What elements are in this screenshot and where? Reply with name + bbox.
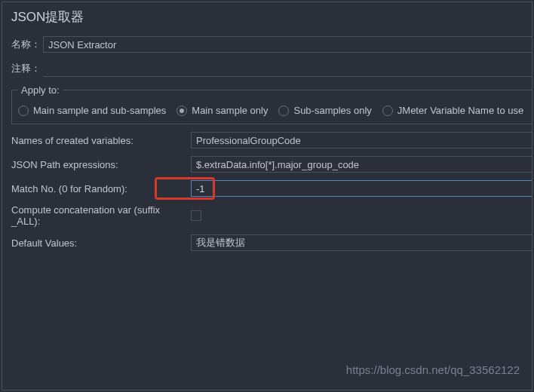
radio-icon [382,106,393,116]
apply-to-fieldset: Apply to: Main sample and sub-samples Ma… [11,84,532,124]
names-label: Names of created variables: [11,135,191,146]
matchno-label: Match No. (0 for Random): [11,183,191,194]
default-row: Default Values: [11,234,532,251]
name-row: 名称： [11,36,532,53]
radio-main-only[interactable]: Main sample only [176,105,268,116]
radio-jmeter-var[interactable]: JMeter Variable Name to use [382,105,523,116]
name-label: 名称： [11,38,43,51]
radio-label: JMeter Variable Name to use [397,105,523,116]
matchno-input[interactable] [191,180,532,197]
apply-to-radios: Main sample and sub-samples Main sample … [18,105,526,116]
comment-input[interactable] [43,60,532,77]
concat-row: Compute concatenation var (suffix _ALL): [11,204,532,227]
radio-sub-only[interactable]: Sub-samples only [278,105,371,116]
radio-label: Main sample and sub-samples [33,105,166,116]
jsonpath-label: JSON Path expressions: [11,159,191,170]
concat-label: Compute concatenation var (suffix _ALL): [11,204,191,227]
radio-icon [18,106,29,116]
radio-main-and-sub[interactable]: Main sample and sub-samples [18,105,166,116]
watermark-text: https://blog.csdn.net/qq_33562122 [346,363,520,376]
comment-label: 注释： [11,62,43,75]
names-input[interactable] [191,132,532,149]
default-input[interactable] [191,234,532,251]
json-extractor-panel: JSON提取器 名称： 注释： Apply to: Main sample an… [2,2,532,390]
names-row: Names of created variables: [11,132,532,149]
panel-title: JSON提取器 [11,8,532,26]
name-input[interactable] [43,36,532,53]
radio-label: Main sample only [192,105,268,116]
radio-icon [176,106,187,116]
radio-label: Sub-samples only [293,105,371,116]
jsonpath-row: JSON Path expressions: [11,156,532,173]
concat-checkbox[interactable] [191,210,201,221]
apply-to-legend: Apply to: [18,84,63,96]
radio-icon [278,106,289,116]
jsonpath-input[interactable] [191,156,532,173]
comment-row: 注释： [11,60,532,77]
default-label: Default Values: [11,237,191,249]
matchno-row: Match No. (0 for Random): [11,180,532,197]
